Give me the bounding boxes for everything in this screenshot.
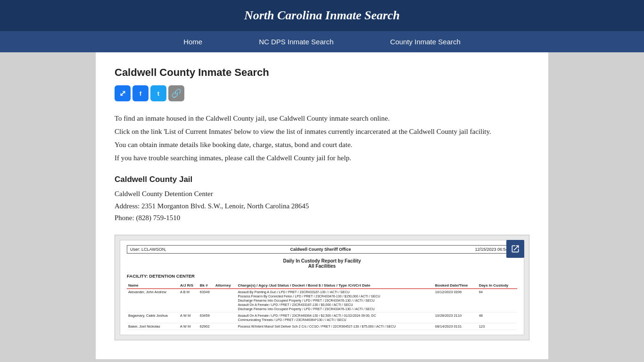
jail-address: Address: 2351 Morganton Blvd. S.W., Leno… — [115, 200, 529, 213]
site-title: North Carolina Inmate Search — [5, 8, 639, 23]
facebook-button[interactable]: f — [132, 85, 149, 101]
jail-name: Caldwell County Detention Center — [115, 188, 529, 200]
twitter-button[interactable]: t — [150, 85, 166, 101]
cell-ajs: A B M — [179, 288, 198, 312]
nav-county[interactable]: County Inmate Search — [362, 31, 489, 52]
table-row: Bagamary, Caleb Joshua A W M 63459 Assau… — [127, 312, 517, 323]
col-charges: Charge(s) / Agcy /Jud Status / Docket / … — [236, 282, 433, 289]
cell-days: 64 — [478, 288, 517, 312]
nav-home[interactable]: Home — [155, 31, 231, 52]
description-4: If you have trouble searching inmates, p… — [115, 152, 529, 164]
cell-charges: Assault On A Female / LPD / PRET / 23CR4… — [236, 312, 433, 323]
report-title-line2: All Facilities — [127, 263, 517, 269]
cell-name: Baker, Joel Nickolas — [127, 323, 179, 330]
external-link-icon — [511, 244, 520, 254]
report-container: User: LCLAWSON, Caldwell County Sheriff … — [120, 240, 524, 336]
jail-info: Caldwell County Detention Center Address… — [115, 188, 529, 224]
col-ajs: A/J R/S — [179, 282, 198, 289]
copy-link-button[interactable]: 🔗 — [168, 85, 184, 101]
share-buttons-group: ⤢ f t 🔗 — [115, 85, 529, 101]
jail-phone: Phone: (828) 759-1510 — [115, 212, 529, 224]
description-3: You can obtain inmate details like booki… — [115, 139, 529, 150]
cell-bk: 63349 — [198, 288, 214, 312]
report-title-line1: Daily In Custody Report by Facility — [127, 258, 517, 263]
nav-nc-dps[interactable]: NC DPS Inmate Search — [231, 31, 362, 52]
cell-ajs: A W M — [179, 312, 198, 323]
table-row: Baker, Joel Nickolas A W M 62902 Possess… — [127, 323, 517, 330]
cell-days: 123 — [478, 323, 517, 330]
col-bk: Bk # — [198, 282, 214, 289]
main-content: Caldwell County Inmate Search ⤢ f t 🔗 To… — [96, 52, 548, 359]
col-attorney: Attorney — [214, 282, 237, 289]
external-link-button[interactable] — [506, 240, 524, 258]
main-nav: Home NC DPS Inmate Search County Inmate … — [0, 31, 644, 52]
description-2: Click on the link 'List of Current Inmat… — [115, 126, 529, 137]
cell-attorney — [214, 312, 237, 323]
report-header-row: User: LCLAWSON, Caldwell County Sheriff … — [127, 245, 517, 254]
description-1: To find an inmate housed in the Caldwell… — [115, 113, 529, 124]
facility-label: Facility: DETENTION CENTER — [127, 273, 517, 279]
table-row: Alexander, John Andrew A B M 63349 Assau… — [127, 288, 517, 312]
cell-ajs: A W M — [179, 323, 198, 330]
cell-name: Alexander, John Andrew — [127, 288, 179, 312]
cell-charges: Assault By Pointing A Gun / LPD / PRET /… — [236, 288, 433, 312]
site-header: North Carolina Inmate Search — [0, 0, 644, 31]
cell-booked: 10/28/2023 2110 — [434, 312, 478, 323]
cell-attorney — [214, 323, 237, 330]
cell-name: Bagamary, Caleb Joshua — [127, 312, 179, 323]
cell-charges: Possess W/Intent Manuf Sell Deliver Sch … — [236, 323, 433, 330]
page-title: Caldwell County Inmate Search — [115, 66, 529, 79]
cell-bk: 63459 — [198, 312, 214, 323]
report-title: Daily In Custody Report by Facility All … — [127, 258, 517, 269]
report-user: User: LCLAWSON, — [130, 247, 166, 252]
cell-days: 48 — [478, 312, 517, 323]
facility-name: DETENTION CENTER — [149, 273, 195, 279]
col-booked: Booked Date/Time — [434, 282, 478, 289]
report-agency: Caldwell County Sheriff Office — [290, 247, 351, 252]
col-name: Name — [127, 282, 179, 289]
jail-section-title: Caldwell County Jail — [115, 175, 529, 184]
col-days: Days In Custody — [478, 282, 517, 289]
share-button[interactable]: ⤢ — [115, 85, 131, 101]
cell-booked: 08/14/2023 0131 — [434, 323, 478, 330]
cell-bk: 62902 — [198, 323, 214, 330]
inmate-table: Name A/J R/S Bk # Attorney Charge(s) / A… — [127, 282, 517, 330]
cell-booked: 10/12/2023 0206 — [434, 288, 478, 312]
report-preview-wrapper: User: LCLAWSON, Caldwell County Sheriff … — [115, 235, 529, 341]
cell-attorney — [214, 288, 237, 312]
